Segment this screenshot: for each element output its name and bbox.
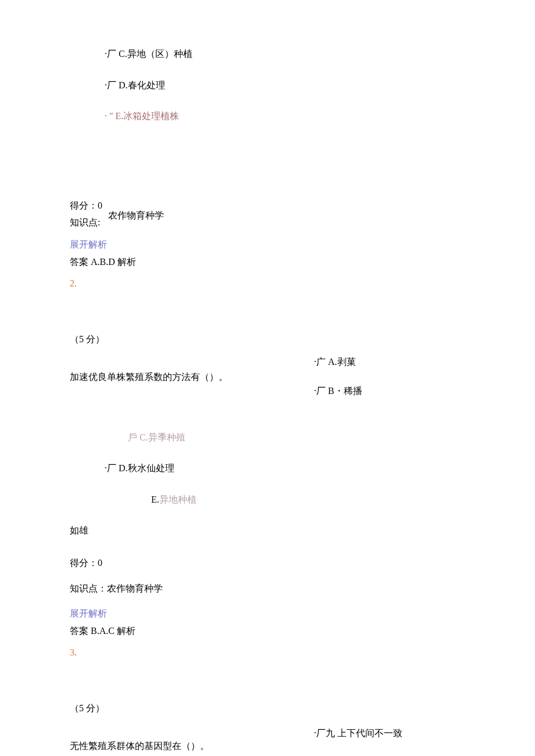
q2-option-e: E.异地种植 (151, 492, 465, 507)
option-letter: B (328, 386, 334, 396)
q2-option-a: ·广A.剥菓 (314, 354, 465, 370)
q1-option-d: ·厂D.春化处理 (105, 78, 465, 93)
option-letter: A. (328, 357, 337, 367)
option-text: 异地（区）种植 (127, 49, 192, 59)
answer-label: 答案 (70, 257, 88, 267)
score-label: 得分： (70, 558, 98, 568)
option-letter: E. (151, 495, 159, 504)
option-letter: D. (119, 463, 128, 473)
q1-answer: 答案 A.B.D 解析 (70, 255, 465, 270)
q2-points: （5 分） (70, 332, 465, 347)
q1-option-e: · "E.冰箱处理植株 (105, 109, 465, 124)
q2-score: 得分：0 (70, 556, 465, 571)
option-prefix: ·厂 (314, 386, 326, 396)
analysis-label: 解析 (117, 626, 135, 636)
option-prefix: ·厂九 (314, 728, 335, 738)
option-prefix: ·厂 (105, 463, 116, 473)
q3-number: 3. (70, 645, 465, 660)
answer-label: 答案 (70, 626, 88, 636)
knowledge-value: 农作物育种学 (108, 208, 164, 223)
knowledge-label: 知识点: (70, 215, 100, 230)
option-letter: C. (119, 49, 127, 59)
answer-value: B.A.C (91, 626, 115, 636)
q1-expand-analysis[interactable]: 展开解析 (70, 237, 465, 252)
option-text: 冰箱处理植株 (123, 111, 179, 121)
q3-option-a: ·厂九上下代间不一致 (314, 726, 465, 741)
option-prefix: · " (105, 111, 113, 121)
option-text: 秋水仙处理 (128, 463, 174, 473)
q2-tail-text: 如雄 (70, 523, 465, 538)
option-prefix: ·厂 (105, 49, 116, 59)
option-text: 春化处理 (128, 80, 165, 90)
answer-value: A.B.D (91, 257, 115, 267)
option-text: 异地种植 (159, 495, 197, 504)
q3-points: （5 分） (70, 701, 465, 716)
option-dot: ・ (334, 386, 344, 396)
q2-option-c: 戶 C.异季种殖 (128, 430, 465, 445)
q2-side-options: ·广A.剥菓 ·厂B・稀播 (314, 370, 465, 412)
q2-option-b: ·厂B・稀播 (314, 384, 465, 399)
score-value: 0 (98, 200, 102, 210)
q2-row: 加速优良单株繁殖系数的方法有（）。 ·广A.剥菓 ·厂B・稀播 (70, 370, 465, 412)
option-text: 异季种殖 (148, 432, 186, 442)
option-prefix: 戶 (128, 432, 137, 442)
knowledge-value: 农作物育种学 (107, 583, 163, 593)
q1-option-c: ·厂C.异地（区）种植 (105, 46, 465, 62)
q3-stem: 无性繁殖系群体的基因型在（）。 (70, 739, 314, 754)
knowledge-label: 知识点： (70, 583, 107, 593)
q2-number: 2. (70, 276, 465, 291)
option-text: 剥菓 (337, 357, 356, 367)
option-prefix: ·广 (314, 357, 326, 367)
option-text: 稀播 (344, 386, 362, 396)
q3-row: 无性繁殖系群体的基因型在（）。 ·厂九上下代间不一致 B.个体间不一致 (70, 739, 465, 756)
q2-expand-analysis[interactable]: 展开解析 (70, 606, 465, 621)
option-prefix: ·厂 (105, 80, 116, 90)
option-text: 上下代间不一致 (337, 728, 402, 738)
q2-knowledge: 知识点：农作物育种学 (70, 581, 465, 596)
option-letter: D. (119, 80, 128, 90)
q2-option-d: ·厂D.秋水仙处理 (105, 461, 465, 476)
q2-stem: 加速优良单株繁殖系数的方法有（）。 (70, 370, 314, 385)
option-letter: E. (116, 111, 124, 121)
q3-side-options: ·厂九上下代间不一致 B.个体间不一致 (314, 739, 465, 756)
q2-answer: 答案 B.A.C 解析 (70, 624, 465, 639)
score-label: 得分： (70, 200, 98, 210)
q1-knowledge: 知识点: 农作物育种学 (70, 215, 465, 230)
score-value: 0 (98, 558, 102, 568)
option-letter: C. (140, 432, 148, 442)
analysis-label: 解析 (117, 257, 136, 267)
points-text: （5 分） (70, 334, 105, 344)
points-text: （5 分） (70, 703, 105, 713)
